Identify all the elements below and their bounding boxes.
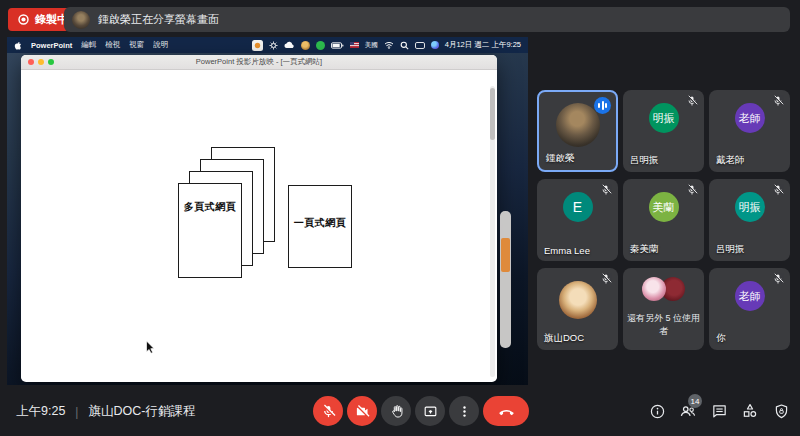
meeting-details-button[interactable] [648,402,666,420]
participant-name: 鍾啟榮 [546,152,575,165]
participant-name: 你 [716,332,726,345]
powerpoint-window: PowerPoint 投影片放映 - [一頁式網站] 多頁式網頁 一頁式網頁 [21,55,497,382]
avatar: 明振 [649,103,679,133]
share-banner-text: 鍾啟榮正在分享螢幕畫面 [98,12,219,27]
avatar [556,103,600,147]
display-icon [415,42,425,49]
camera-toggle-button[interactable] [347,396,377,426]
traffic-light-buttons [28,59,54,65]
participant-tile-presenter[interactable]: 鍾啟榮 [537,90,618,172]
participant-tile[interactable]: 明振 呂明振 [709,179,790,261]
gear-icon [269,41,278,50]
show-participants-button[interactable]: 14 [679,402,697,420]
mic-muted-icon [686,184,698,196]
avatar: 老師 [735,281,765,311]
call-controls [313,396,529,426]
avatar [559,281,597,319]
mouse-cursor [145,340,156,355]
wifi-icon [384,41,394,49]
zoom-window-icon [48,59,54,65]
participant-name: 呂明振 [716,243,745,256]
avatar: 老師 [735,103,765,133]
meeting-info: 上午9:25 | 旗山DOC-行銷課程 [16,403,195,420]
siri-icon [431,41,439,49]
clock-time: 上午9:25 [16,403,65,420]
mic-muted-icon [600,184,612,196]
window-title: PowerPoint 投影片放映 - [一頁式網站] [21,57,497,67]
menu-help: 說明 [153,40,168,50]
mic-muted-icon [772,95,784,107]
dock-edge-strip [500,211,511,348]
window-title-bar: PowerPoint 投影片放映 - [一頁式網站] [21,55,497,70]
participant-grid: 鍾啟榮 明振 呂明振 老師 戴老師 E [537,90,790,350]
apple-logo-icon [14,41,22,50]
menu-app-name: PowerPoint [31,41,72,50]
chat-icon [711,403,728,420]
end-call-icon [498,403,515,420]
slide-canvas: 多頁式網頁 一頁式網頁 [21,70,497,381]
menu-bar-datetime: 4月12日 週二 上午9:25 [445,40,521,50]
camera-off-icon [355,404,370,419]
participant-name: 旗山DOC [544,332,584,345]
meeting-panels: 14 [648,402,790,420]
raise-hand-button[interactable] [381,396,411,426]
raise-hand-icon [389,404,404,419]
avatar [642,277,666,301]
mic-muted-icon [600,273,612,285]
multi-page-label: 多頁式網頁 [179,200,241,214]
participant-tile-overflow[interactable]: 還有另外 5 位使用者 [623,268,704,350]
line-app-icon [316,41,325,50]
participant-tile[interactable]: 美蘭 秦美蘭 [623,179,704,261]
window-scrollbar [490,86,495,377]
activities-button[interactable] [741,402,759,420]
user-avatar-icon [301,41,310,50]
macos-menu-bar: PowerPoint 編輯 檢視 視窗 說明 [7,37,528,53]
participant-name: 戴老師 [716,154,745,167]
shared-screen-view[interactable]: PowerPoint 編輯 檢視 視窗 說明 [7,37,528,385]
shield-lock-icon [773,403,790,420]
presenter-avatar [72,11,90,29]
avatar: E [563,192,593,222]
mic-muted-icon [686,95,698,107]
input-source-label: 美國 [365,41,378,50]
close-window-icon [28,59,34,65]
participant-tile[interactable]: 老師 戴老師 [709,90,790,172]
single-page-label: 一頁式網頁 [289,216,351,230]
participant-tile[interactable]: 明振 呂明振 [623,90,704,172]
overflow-avatars [623,277,704,301]
participant-tile[interactable]: 旗山DOC [537,268,618,350]
us-flag-icon [350,42,359,48]
participant-tile[interactable]: E Emma Lee [537,179,618,261]
overflow-label: 還有另外 5 位使用者 [623,312,704,338]
battery-icon [331,42,344,49]
participant-name: Emma Lee [544,245,590,256]
menu-window: 視窗 [129,40,144,50]
screen-share-banner: 鍾啟榮正在分享螢幕畫面 [64,7,790,32]
more-options-button[interactable] [449,396,479,426]
chat-button[interactable] [710,402,728,420]
meeting-name: 旗山DOC-行銷課程 [88,403,195,420]
host-controls-button[interactable] [772,402,790,420]
more-options-icon [457,404,472,419]
participant-name: 呂明振 [630,154,659,167]
present-screen-icon [423,404,438,419]
mic-muted-icon [772,273,784,285]
spotlight-search-icon [400,41,409,50]
end-call-button[interactable] [483,396,529,426]
divider: | [75,405,78,419]
mic-toggle-button[interactable] [313,396,343,426]
speaking-indicator-icon [594,97,611,114]
record-icon [18,14,29,25]
single-page: 一頁式網頁 [288,185,352,268]
menu-edit: 編輯 [81,40,96,50]
avatar: 明振 [735,192,765,222]
participant-count-badge: 14 [688,394,702,408]
menu-view: 檢視 [105,40,120,50]
participant-tile-self[interactable]: 老師 你 [709,268,790,350]
mic-off-icon [321,404,336,419]
cloud-icon [284,41,295,49]
avatar: 美蘭 [649,192,679,222]
info-icon [649,403,666,420]
present-screen-button[interactable] [415,396,445,426]
scrollbar-thumb [490,88,495,140]
